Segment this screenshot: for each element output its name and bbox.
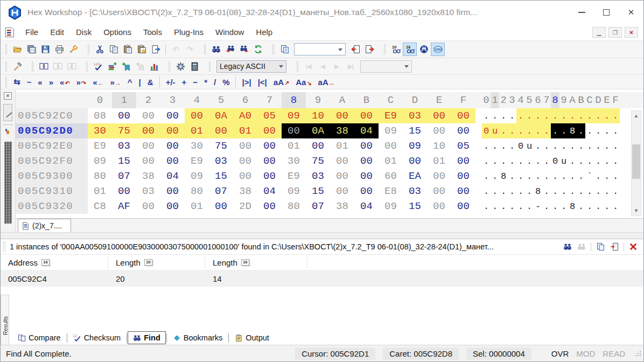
hex-byte-cell[interactable]: 75: [209, 138, 233, 154]
ascii-cell[interactable]: .: [577, 199, 585, 214]
toolbar-grip[interactable]: [5, 61, 7, 72]
hex-byte-cell[interactable]: A0: [233, 108, 257, 123]
not-icon[interactable]: ~: [24, 78, 35, 87]
hex-byte-cell[interactable]: AF: [112, 199, 136, 214]
base16-icon[interactable]: 16: [403, 43, 417, 56]
hex-byte-cell[interactable]: 03: [306, 169, 330, 184]
ascii-cell[interactable]: .: [568, 138, 577, 154]
ascii-cell[interactable]: .: [603, 184, 611, 199]
hex-byte-cell[interactable]: 00: [136, 138, 160, 154]
close-button[interactable]: ✕: [619, 4, 643, 20]
ascii-cell[interactable]: .: [559, 108, 568, 123]
hex-byte-cell[interactable]: 00: [451, 108, 475, 123]
hex-byte-cell[interactable]: 00: [306, 138, 330, 154]
results-grip[interactable]: [3, 241, 5, 252]
hex-byte-cell[interactable]: 00: [451, 199, 475, 214]
compare-backward-icon[interactable]: [65, 60, 79, 73]
hex-byte-cell[interactable]: 00: [427, 199, 451, 214]
ascii-cell[interactable]: .: [499, 184, 508, 199]
ascii-cell[interactable]: .: [551, 199, 559, 214]
ascii-cell[interactable]: .: [551, 123, 559, 138]
export-icon[interactable]: [149, 43, 163, 56]
hex-byte-cell[interactable]: 00: [136, 154, 160, 169]
ascii-cell[interactable]: .: [594, 169, 603, 184]
ascii-cell[interactable]: .: [577, 123, 585, 138]
shift-right-icon[interactable]: »: [46, 78, 57, 87]
structure-spark-icon[interactable]: [5, 129, 10, 135]
roll-left-icon[interactable]: «←: [89, 78, 107, 87]
ascii-cell[interactable]: .: [499, 154, 508, 169]
hex-byte-cell[interactable]: 00: [160, 154, 185, 169]
ascii-cell[interactable]: .: [525, 184, 534, 199]
ascii-cell[interactable]: .: [491, 184, 499, 199]
hex-byte-cell[interactable]: 38: [330, 199, 354, 214]
ascii-cell[interactable]: .: [534, 154, 542, 169]
hex-byte-cell[interactable]: 00: [427, 184, 451, 199]
results-column-header-length-2[interactable]: Length16: [205, 257, 307, 268]
hex-byte-cell[interactable]: 05: [451, 138, 475, 154]
hex-byte-cell[interactable]: 09: [88, 154, 112, 169]
hex-byte-cell[interactable]: 00: [451, 154, 475, 169]
ascii-cell[interactable]: .: [551, 184, 559, 199]
hex-byte-cell[interactable]: E9: [185, 154, 209, 169]
ascii-cell[interactable]: .: [534, 123, 542, 138]
hex-byte-cell[interactable]: 00: [233, 154, 257, 169]
toolbar-grip[interactable]: [5, 44, 7, 54]
ascii-cell[interactable]: .: [542, 154, 551, 169]
save-icon[interactable]: [38, 43, 52, 56]
swap-bytes-icon[interactable]: ⇆: [10, 77, 24, 87]
ascii-cell[interactable]: .: [568, 184, 577, 199]
hex-byte-cell[interactable]: 00: [209, 123, 233, 138]
results-column-header-address-0[interactable]: Address16: [1, 257, 108, 268]
ascii-cell[interactable]: .: [559, 123, 568, 138]
ascii-cell[interactable]: .: [585, 123, 594, 138]
hex-byte-cell[interactable]: 00: [451, 123, 475, 138]
hex-byte-cell[interactable]: EA: [403, 169, 427, 184]
ascii-cell[interactable]: 8: [534, 184, 542, 199]
ascii-cell[interactable]: 0: [551, 154, 559, 169]
hex-byte-cell[interactable]: 09: [403, 138, 427, 154]
mdi-minimize-button[interactable]: ▁: [592, 27, 606, 38]
nav-next-icon[interactable]: ▶: [330, 60, 344, 73]
ascii-cell[interactable]: .: [594, 199, 603, 214]
ascii-cell[interactable]: .: [482, 154, 491, 169]
menu-item-file[interactable]: File: [19, 27, 44, 37]
hex-byte-cell[interactable]: 08: [88, 108, 112, 123]
goto-address-select[interactable]: [294, 43, 346, 55]
hex-byte-cell[interactable]: 38: [330, 123, 354, 138]
base-16-icon[interactable]: 16: [41, 259, 50, 266]
ascii-cell[interactable]: .: [603, 154, 611, 169]
and-icon[interactable]: &: [144, 78, 157, 87]
ascii-cell[interactable]: .: [594, 138, 603, 154]
hex-byte-cell[interactable]: 00: [136, 123, 160, 138]
ascii-cell[interactable]: .: [611, 108, 620, 123]
ascii-cell[interactable]: .: [603, 199, 611, 214]
ascii-cell[interactable]: .: [551, 169, 559, 184]
hex-byte-cell[interactable]: 00: [112, 184, 136, 199]
hex-byte-cell[interactable]: 00: [354, 184, 379, 199]
nav-last-icon[interactable]: ▶|: [344, 60, 358, 73]
ascii-cell[interactable]: .: [491, 199, 499, 214]
ascii-cell[interactable]: .: [594, 123, 603, 138]
ascii-cell[interactable]: .: [559, 184, 568, 199]
hex-byte-cell[interactable]: 0A: [306, 123, 330, 138]
ascii-cell[interactable]: .: [585, 108, 594, 123]
hex-byte-cell[interactable]: 00: [427, 123, 451, 138]
ascii-cell[interactable]: .: [568, 154, 577, 169]
ascii-cell[interactable]: .: [508, 169, 516, 184]
lower-bound-icon[interactable]: |<|: [255, 78, 270, 87]
hex-byte-cell[interactable]: E8: [379, 184, 403, 199]
hex-byte-cell[interactable]: 10: [306, 108, 330, 123]
ascii-cell[interactable]: .: [603, 108, 611, 123]
open-icon[interactable]: [10, 43, 24, 56]
hex-byte-cell[interactable]: 00: [403, 154, 427, 169]
ascii-cell[interactable]: .: [482, 169, 491, 184]
ascii-cell[interactable]: .: [516, 154, 525, 169]
ascii-cell[interactable]: -: [534, 199, 542, 214]
ascii-cell[interactable]: .: [508, 123, 516, 138]
copy-page-icon[interactable]: [277, 43, 291, 56]
ascii-cell[interactable]: .: [491, 108, 499, 123]
hex-byte-cell[interactable]: 00: [257, 199, 282, 214]
results-find-next-icon[interactable]: [576, 241, 587, 252]
ascii-cell[interactable]: .: [577, 108, 585, 123]
